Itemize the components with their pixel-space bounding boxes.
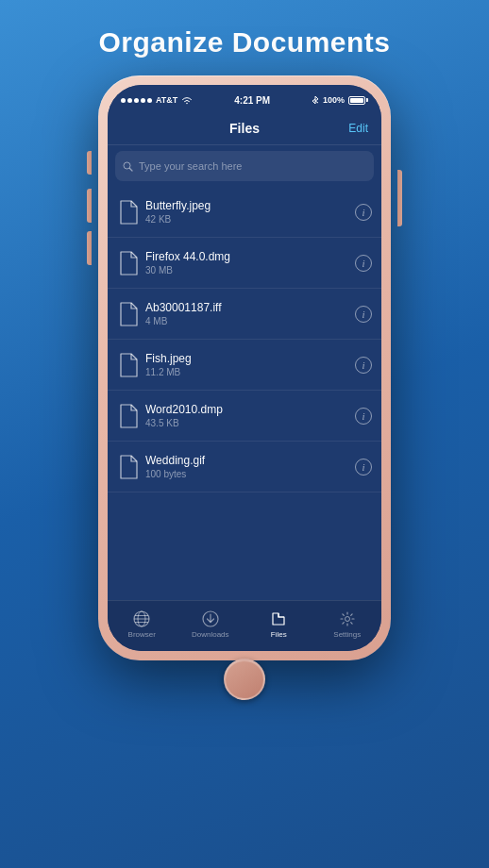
signal-icon — [121, 98, 152, 103]
file-name: Wedding.gif — [145, 454, 347, 467]
file-icon — [117, 353, 138, 377]
svg-line-1 — [130, 168, 133, 171]
time-display: 4:21 PM — [234, 95, 270, 106]
file-name: Ab30001187.iff — [145, 301, 347, 314]
file-list: Butterfly.jpeg 42 KB i Firefox 44.0.dmg … — [108, 187, 381, 600]
files-label: Files — [271, 630, 287, 639]
file-icon — [117, 404, 138, 428]
tab-downloads[interactable]: Downloads — [177, 609, 245, 639]
file-size: 42 KB — [145, 214, 347, 225]
home-button-area — [108, 651, 381, 708]
carrier-label: AT&T — [156, 95, 177, 105]
file-size: 100 bytes — [145, 469, 347, 479]
search-icon — [123, 161, 133, 172]
search-bar[interactable]: Type your search here — [115, 151, 374, 181]
page-title: Organize Documents — [98, 26, 390, 58]
nav-bar: Files Edit — [108, 111, 381, 145]
list-item[interactable]: Firefox 44.0.dmg 30 MB i — [108, 238, 381, 289]
home-button[interactable] — [224, 659, 265, 700]
file-size: 30 MB — [145, 265, 347, 275]
info-button[interactable]: i — [355, 408, 372, 425]
settings-icon — [338, 609, 357, 628]
list-item[interactable]: Fish.jpeg 11.2 MB i — [108, 340, 381, 391]
file-size: 11.2 MB — [145, 367, 347, 377]
file-info: Fish.jpeg 11.2 MB — [145, 352, 347, 377]
list-item[interactable]: Ab30001187.iff 4 MB i — [108, 289, 381, 340]
file-icon — [117, 302, 138, 326]
downloads-icon — [201, 609, 220, 628]
battery-icon — [348, 96, 368, 105]
file-icon — [117, 200, 138, 225]
browser-label: Browser — [128, 630, 156, 639]
wifi-icon — [181, 96, 193, 105]
volume-up-button — [87, 189, 92, 223]
list-item[interactable]: Word2010.dmp 43.5 KB i — [108, 391, 381, 442]
file-info: Wedding.gif 100 bytes — [145, 454, 347, 479]
info-button[interactable]: i — [355, 204, 372, 221]
battery-percent: 100% — [323, 95, 345, 105]
file-icon — [117, 251, 138, 275]
edit-button[interactable]: Edit — [348, 122, 368, 135]
tab-browser[interactable]: Browser — [108, 609, 177, 639]
info-button[interactable]: i — [355, 459, 372, 476]
file-size: 4 MB — [145, 316, 347, 326]
status-bar: AT&T 4:21 PM 100% — [108, 85, 381, 111]
tab-files[interactable]: Files — [244, 609, 313, 639]
file-info: Ab30001187.iff 4 MB — [145, 301, 347, 326]
phone-shell: AT&T 4:21 PM 100% Files — [98, 75, 391, 660]
file-info: Firefox 44.0.dmg 30 MB — [145, 250, 347, 275]
file-icon — [117, 455, 138, 479]
svg-point-9 — [345, 617, 349, 622]
files-icon — [269, 609, 288, 628]
list-item[interactable]: Wedding.gif 100 bytes i — [108, 442, 381, 492]
bluetooth-icon — [312, 94, 319, 106]
nav-title: Files — [229, 121, 260, 136]
mute-button — [87, 151, 92, 175]
search-placeholder: Type your search here — [139, 160, 242, 172]
file-name: Word2010.dmp — [145, 403, 347, 416]
file-info: Word2010.dmp 43.5 KB — [145, 403, 347, 428]
volume-down-button — [87, 231, 92, 265]
file-size: 43.5 KB — [145, 418, 347, 428]
file-name: Fish.jpeg — [145, 352, 347, 365]
browser-icon — [132, 609, 151, 628]
tab-settings[interactable]: Settings — [313, 609, 382, 639]
info-button[interactable]: i — [355, 255, 372, 272]
file-name: Butterfly.jpeg — [145, 199, 347, 212]
list-item[interactable]: Butterfly.jpeg 42 KB i — [108, 187, 381, 238]
downloads-label: Downloads — [192, 630, 229, 639]
file-name: Firefox 44.0.dmg — [145, 250, 347, 263]
file-info: Butterfly.jpeg 42 KB — [145, 199, 347, 225]
tab-bar: Browser Downloads — [108, 600, 381, 651]
settings-label: Settings — [333, 630, 361, 639]
info-button[interactable]: i — [355, 357, 372, 374]
svg-point-0 — [124, 162, 130, 169]
info-button[interactable]: i — [355, 306, 372, 323]
power-button — [397, 170, 402, 226]
